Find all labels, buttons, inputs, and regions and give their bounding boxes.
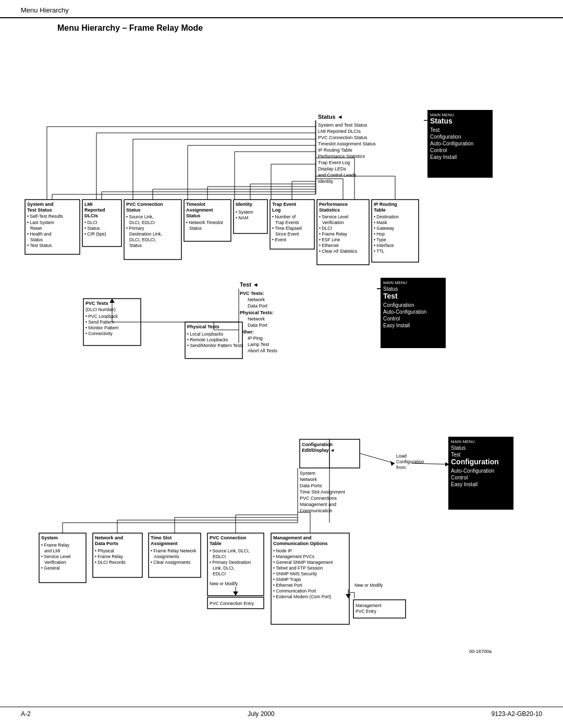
svg-text:Control: Control bbox=[451, 475, 468, 480]
svg-text:System: System bbox=[300, 471, 315, 476]
svg-text:Verification: Verification bbox=[44, 560, 66, 565]
svg-text:• Remote Loopbacks: • Remote Loopbacks bbox=[187, 337, 228, 342]
svg-text:System and: System and bbox=[27, 202, 54, 207]
svg-text:• External Modem (Com Port): • External Modem (Com Port) bbox=[273, 594, 331, 599]
svg-text:Auto-Configuration: Auto-Configuration bbox=[430, 141, 473, 146]
svg-text:• Frame Relay: • Frame Relay bbox=[95, 554, 124, 559]
svg-text:Assignments: Assignments bbox=[154, 554, 179, 559]
header-title: Menu Hierarchy bbox=[21, 6, 69, 14]
svg-text:PVC Tests:: PVC Tests: bbox=[240, 291, 264, 296]
svg-text:• Mask: • Mask bbox=[374, 220, 387, 225]
svg-text:Easy Install: Easy Install bbox=[430, 154, 457, 160]
svg-text:DLCI, EDLCI: DLCI, EDLCI bbox=[129, 220, 155, 225]
svg-text:Easy Install: Easy Install bbox=[383, 323, 410, 328]
svg-text:Physical Tests: Physical Tests bbox=[187, 324, 219, 329]
diagram-title: Menu Hierarchy – Frame Relay Mode bbox=[57, 23, 547, 33]
svg-text:Lamp Test: Lamp Test bbox=[248, 342, 270, 347]
svg-text:Status: Status bbox=[129, 243, 142, 248]
svg-text:Test: Test bbox=[430, 127, 440, 133]
svg-text:Statistics: Statistics bbox=[319, 207, 340, 213]
svg-text:Status: Status bbox=[126, 207, 141, 213]
svg-text:• Service Level: • Service Level bbox=[41, 554, 70, 559]
svg-text:Control: Control bbox=[383, 316, 400, 322]
svg-text:Status: Status bbox=[383, 286, 398, 292]
svg-text:System and Test Status: System and Test Status bbox=[318, 122, 368, 128]
svg-text:Test: Test bbox=[383, 292, 398, 300]
svg-text:Communication Options: Communication Options bbox=[273, 541, 328, 546]
svg-text:PVC Connections: PVC Connections bbox=[300, 496, 337, 501]
svg-text:Status: Status bbox=[186, 213, 201, 218]
svg-text:• Communication Port: • Communication Port bbox=[273, 588, 316, 594]
svg-text:• CIR (bps): • CIR (bps) bbox=[84, 231, 106, 237]
svg-text:Destination  Link,: Destination Link, bbox=[129, 231, 162, 237]
figure-id: 00-16700a bbox=[469, 649, 492, 654]
svg-text:Data Port: Data Port bbox=[248, 323, 268, 328]
svg-text:Trap Event Log: Trap Event Log bbox=[318, 160, 350, 165]
page-header: Menu Hierarchy bbox=[0, 0, 563, 18]
footer-right: 9123-A2-GB20-10 bbox=[492, 710, 542, 718]
svg-text:Timeslot Assignment Status: Timeslot Assignment Status bbox=[318, 141, 376, 146]
svg-text:Data Ports: Data Ports bbox=[95, 541, 118, 546]
svg-text:• Send/Monitor Pattern Tests: • Send/Monitor Pattern Tests bbox=[187, 343, 243, 348]
svg-text:Test: Test bbox=[451, 452, 461, 458]
svg-text:Performance: Performance bbox=[319, 202, 348, 207]
svg-text:New or Modify: New or Modify bbox=[210, 581, 238, 586]
svg-text:• Local Loopbacks: • Local Loopbacks bbox=[187, 331, 223, 337]
footer-center: July 2000 bbox=[248, 710, 274, 718]
svg-text:Configuration: Configuration bbox=[302, 442, 333, 447]
svg-text:Network: Network bbox=[248, 316, 265, 322]
svg-text:• DLCI Records: • DLCI Records bbox=[95, 560, 126, 565]
svg-text:Test ◄: Test ◄ bbox=[240, 281, 259, 288]
page-footer: A-2 July 2000 9123-A2-GB20-10 bbox=[0, 707, 563, 718]
svg-text:Identity: Identity bbox=[318, 179, 334, 184]
svg-text:• NAM: • NAM bbox=[236, 215, 248, 220]
svg-text:• Network Timeslot: • Network Timeslot bbox=[186, 220, 223, 225]
svg-text:EDLCI: EDLCI bbox=[213, 571, 226, 576]
svg-text:• Event: • Event bbox=[272, 237, 287, 242]
svg-text:• Test Status: • Test Status bbox=[27, 243, 52, 248]
svg-text:Network: Network bbox=[248, 297, 265, 302]
svg-text:• Source Link,: • Source Link, bbox=[126, 214, 154, 219]
svg-text:Status: Status bbox=[189, 226, 202, 231]
svg-text:• Frame Relay Network: • Frame Relay Network bbox=[151, 548, 197, 553]
svg-text:Link,  DLCI,: Link, DLCI, bbox=[213, 565, 235, 571]
svg-text:Assignment: Assignment bbox=[186, 207, 213, 213]
svg-text:Timeslot: Timeslot bbox=[186, 202, 205, 207]
svg-text:• Primary: • Primary bbox=[126, 226, 144, 231]
svg-text:Management: Management bbox=[356, 603, 382, 608]
svg-text:PVC Entry: PVC Entry bbox=[356, 609, 376, 614]
status-label: Status ◄ bbox=[318, 114, 343, 120]
svg-text:Log: Log bbox=[272, 207, 281, 213]
svg-text:• Service Level: • Service Level bbox=[319, 214, 348, 219]
svg-text:(DLCI Number): (DLCI Number) bbox=[85, 307, 116, 312]
svg-text:• Type: • Type bbox=[374, 237, 386, 242]
svg-marker-174 bbox=[390, 461, 395, 466]
footer-left: A-2 bbox=[21, 710, 31, 718]
svg-text:Table: Table bbox=[210, 541, 222, 546]
svg-text:IP Ping: IP Ping bbox=[248, 336, 263, 341]
svg-text:Identity: Identity bbox=[236, 202, 252, 207]
svg-text:• PVC Loopback: • PVC Loopback bbox=[85, 314, 118, 319]
svg-text:• Frame Relay: • Frame Relay bbox=[41, 542, 70, 548]
svg-text:Configuration: Configuration bbox=[383, 302, 414, 308]
svg-text:PVC Tests: PVC Tests bbox=[85, 301, 108, 306]
svg-text:Management and: Management and bbox=[300, 502, 336, 507]
svg-text:• SNMP Traps: • SNMP Traps bbox=[273, 577, 301, 582]
svg-text:PVC Connection Status: PVC Connection Status bbox=[318, 135, 368, 140]
svg-text:Status: Status bbox=[30, 237, 43, 242]
svg-text:Table: Table bbox=[374, 207, 386, 213]
svg-text:• ESF Line: • ESF Line bbox=[319, 237, 340, 242]
svg-text:Load: Load bbox=[396, 453, 407, 459]
svg-text:EDLCI: EDLCI bbox=[213, 554, 226, 559]
svg-text:• Last System: • Last System bbox=[27, 220, 54, 225]
svg-text:• DLCI: • DLCI bbox=[319, 226, 332, 231]
svg-text:Physical Tests:: Physical Tests: bbox=[240, 310, 274, 315]
svg-text:• General SNMP Management: • General SNMP Management bbox=[273, 560, 333, 565]
svg-text:• Send Pattern: • Send Pattern bbox=[85, 319, 114, 325]
svg-text:• Monitor Pattern: • Monitor Pattern bbox=[85, 325, 119, 330]
svg-text:Network: Network bbox=[300, 477, 317, 482]
svg-text:• Physical: • Physical bbox=[95, 548, 114, 553]
svg-text:Configuration: Configuration bbox=[451, 458, 499, 466]
svg-text:• Self-Test Results: • Self-Test Results bbox=[27, 214, 63, 219]
svg-text:• SNMP NMS Security: • SNMP NMS Security bbox=[273, 571, 317, 576]
